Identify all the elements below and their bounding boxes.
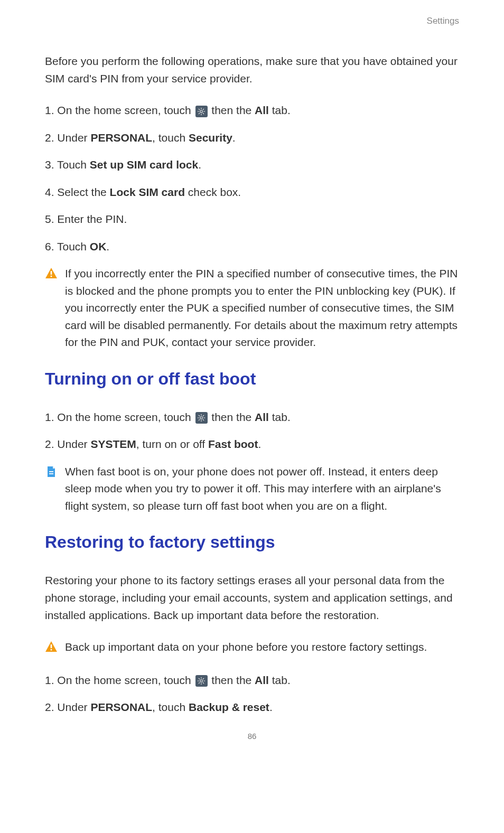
settings-icon bbox=[195, 412, 208, 424]
sim-step-5: 5. Enter the PIN. bbox=[45, 211, 459, 228]
sim-warning-block: If you incorrectly enter the PIN a speci… bbox=[45, 265, 459, 351]
factory-warning-block: Back up important data on your phone bef… bbox=[45, 639, 459, 656]
settings-icon bbox=[195, 106, 208, 117]
sim-step-6: 6. Touch OK. bbox=[45, 238, 459, 255]
sim-steps-list: 1. On the home screen, touch then the Al… bbox=[45, 102, 459, 255]
factory-steps-list: 1. On the home screen, touch then the Al… bbox=[45, 672, 459, 716]
svg-rect-6 bbox=[51, 644, 52, 648]
svg-rect-2 bbox=[51, 276, 52, 277]
factory-step-1: 1. On the home screen, touch then the Al… bbox=[45, 672, 459, 689]
note-icon bbox=[45, 465, 58, 477]
svg-point-8 bbox=[200, 680, 203, 682]
sim-step-2: 2. Under PERSONAL, touch Security. bbox=[45, 129, 459, 146]
fastboot-heading: Turning on or off fast boot bbox=[45, 369, 459, 389]
fastboot-note-text: When fast boot is on, your phone does no… bbox=[65, 463, 459, 515]
page-number: 86 bbox=[45, 732, 459, 741]
svg-rect-5 bbox=[49, 473, 53, 474]
sim-step-3: 3. Touch Set up SIM card lock. bbox=[45, 156, 459, 173]
fastboot-step-2: 2. Under SYSTEM, turn on or off Fast boo… bbox=[45, 436, 459, 453]
fastboot-note-block: When fast boot is on, your phone does no… bbox=[45, 463, 459, 515]
sim-intro-paragraph: Before you perform the following operati… bbox=[45, 53, 459, 87]
factory-heading: Restoring to factory settings bbox=[45, 532, 459, 552]
sim-step-4: 4. Select the Lock SIM card check box. bbox=[45, 184, 459, 201]
svg-rect-7 bbox=[51, 649, 52, 651]
svg-rect-1 bbox=[51, 271, 52, 275]
settings-icon bbox=[195, 675, 208, 687]
warning-icon bbox=[45, 641, 58, 652]
sim-warning-text: If you incorrectly enter the PIN a speci… bbox=[65, 265, 459, 351]
factory-intro-paragraph: Restoring your phone to its factory sett… bbox=[45, 572, 459, 624]
svg-rect-4 bbox=[49, 471, 53, 472]
fastboot-step-1: 1. On the home screen, touch then the Al… bbox=[45, 409, 459, 426]
svg-point-3 bbox=[200, 417, 203, 419]
header-section-label: Settings bbox=[45, 16, 459, 26]
sim-step-1: 1. On the home screen, touch then the Al… bbox=[45, 102, 459, 119]
factory-step-2: 2. Under PERSONAL, touch Backup & reset. bbox=[45, 699, 459, 716]
warning-icon bbox=[45, 267, 58, 279]
document-page: Settings Before you perform the followin… bbox=[0, 0, 504, 762]
svg-point-0 bbox=[200, 110, 203, 113]
factory-warning-text: Back up important data on your phone bef… bbox=[65, 639, 459, 656]
fastboot-steps-list: 1. On the home screen, touch then the Al… bbox=[45, 409, 459, 453]
